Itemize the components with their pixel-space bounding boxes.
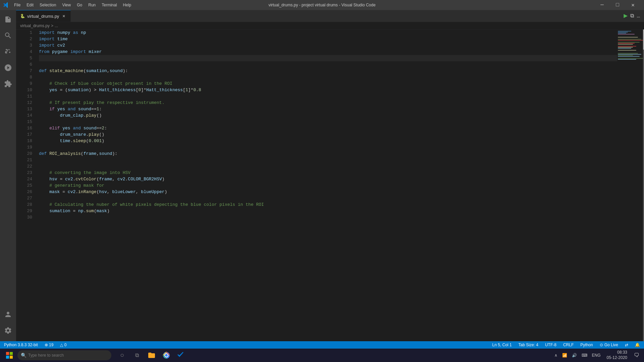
breadcrumb: virtual_drums.py > ... [16,22,644,29]
extensions-icon [4,80,12,88]
line-num-22: 22 [16,163,32,170]
line-num-6: 6 [16,61,32,68]
search-icon [4,32,12,40]
status-bell[interactable]: 🔔 [634,341,641,349]
tab-close-button[interactable]: × [61,13,66,19]
status-remote[interactable]: ⇄ [624,341,630,349]
maximize-button[interactable]: □ [610,0,625,10]
status-language[interactable]: Python [579,341,594,349]
activity-source-control[interactable] [0,44,16,60]
system-tray-icons: ∧ 📶 🔊 ⌨ ENG [553,352,602,358]
menu-go[interactable]: Go [74,2,85,8]
start-button[interactable] [3,349,16,362]
menu-edit[interactable]: Edit [24,2,36,8]
status-bar-right: Ln 5, Col 1 Tab Size: 4 UTF-8 CRLF Pytho… [491,341,641,349]
menu-terminal[interactable]: Terminal [99,2,119,8]
show-hidden-icon[interactable]: ∧ [553,352,559,358]
line-num-29: 29 [16,208,32,214]
svg-point-6 [165,354,168,357]
code-line-13: if yes and sound==1: [39,106,617,112]
code-line-9: # Check if blue color object present in … [39,80,617,87]
line-num-16: 16 [16,125,32,131]
remote-icon: ⇄ [625,343,628,347]
line-num-24: 24 [16,176,32,182]
status-tab-size[interactable]: Tab Size: 4 [517,341,540,349]
file-explorer-icon [148,351,156,359]
code-line-17: drum_snare.play() [39,131,617,138]
more-actions-button[interactable]: … [637,13,640,19]
windows-logo-icon [6,352,13,359]
taskbar-clock[interactable]: 08:33 05-12-2020 [605,349,629,361]
keyboard-icon[interactable]: ⌨ [580,352,589,358]
language-indicator[interactable]: ENG [591,352,602,358]
code-line-25: # generating mask for [39,182,617,189]
activity-run[interactable] [0,60,16,76]
line-num-4: 4 [16,49,32,55]
editor-area: 1 2 3 4 5 6 7 8 9 10 11 12 13 14 15 16 1… [16,29,644,341]
svg-rect-1 [10,352,13,355]
status-python[interactable]: Python 3.8.3 32-bit [3,341,39,349]
line-num-17: 17 [16,131,32,138]
source-control-icon [4,48,12,56]
editor-actions: ▶ ⧉ … [620,13,644,19]
code-line-15 [39,119,617,125]
taskbar-vscode[interactable] [174,349,188,362]
bell-icon: 🔔 [635,343,640,347]
code-line-16: elif yes and sound==2: [39,125,617,131]
code-line-11 [39,93,617,100]
activity-bar-bottom [0,306,16,341]
svg-rect-0 [6,352,9,355]
minimize-button[interactable]: ─ [594,0,610,10]
code-line-10: yes = (sumation) > Hatt_thickness[0]*Hat… [39,87,617,93]
activity-account[interactable] [0,306,16,322]
clock-time: 08:33 [607,350,627,355]
status-bar: Python 3.8.3 32-bit ⊗ 19 △ 0 Ln 5, Col 1… [0,341,644,349]
taskbar-cortana[interactable]: ○ [115,349,129,362]
code-line-19 [39,144,617,150]
activity-bar [0,10,16,341]
status-language-label: Python [580,343,593,347]
line-num-21: 21 [16,157,32,163]
line-num-9: 9 [16,80,32,87]
status-line-ending[interactable]: CRLF [562,341,575,349]
breadcrumb-more[interactable]: ... [55,23,58,28]
title-bar-menu: File Edit Selection View Go Run Terminal… [11,2,134,8]
go-live-icon: ⊙ [600,343,603,347]
taskbar-search-input[interactable] [17,350,111,360]
menu-run[interactable]: Run [86,2,98,8]
menu-help[interactable]: Help [120,2,134,8]
split-editor-button[interactable]: ⧉ [630,13,634,19]
network-icon[interactable]: 📶 [561,352,569,358]
status-errors[interactable]: ⊗ 19 [43,341,55,349]
notification-icon[interactable]: 🗨 [632,352,641,359]
line-num-18: 18 [16,138,32,144]
status-go-live[interactable]: ⊙ Go Live [598,341,620,349]
menu-view[interactable]: View [59,2,73,8]
tab-virtual-drums[interactable]: 🐍 virtual_drums.py × [16,10,71,22]
status-bar-left: Python 3.8.3 32-bit ⊗ 19 △ 0 [3,341,68,349]
volume-icon[interactable]: 🔊 [571,352,578,358]
taskbar-file-explorer[interactable] [145,349,158,362]
status-warnings[interactable]: △ 0 [59,341,68,349]
menu-file[interactable]: File [11,2,23,8]
status-encoding[interactable]: UTF-8 [544,341,558,349]
code-line-2: import time [39,36,617,42]
activity-settings[interactable] [0,322,16,339]
taskbar-chrome[interactable] [160,349,173,362]
line-numbers: 1 2 3 4 5 6 7 8 9 10 11 12 13 14 15 16 1… [16,29,36,341]
breadcrumb-file[interactable]: virtual_drums.py [20,23,50,28]
main-layout: 🐍 virtual_drums.py × ▶ ⧉ … virtual_drums… [0,10,644,341]
close-button[interactable]: ✕ [625,0,641,10]
code-line-20: def ROI_analysis(frame,sound): [39,150,617,157]
activity-extensions[interactable] [0,76,16,92]
status-python-label: Python 3.8.3 32-bit [4,343,38,347]
run-debug-icon [4,64,12,72]
code-editor[interactable]: import numpy as np import time import cv… [36,29,617,341]
activity-search[interactable] [0,27,16,44]
menu-selection[interactable]: Selection [37,2,59,8]
run-button[interactable]: ▶ [624,13,628,19]
line-num-7: 7 [16,68,32,74]
status-position[interactable]: Ln 5, Col 1 [491,341,513,349]
taskbar-task-view[interactable]: ⧉ [130,349,144,362]
activity-explorer[interactable] [0,11,16,27]
